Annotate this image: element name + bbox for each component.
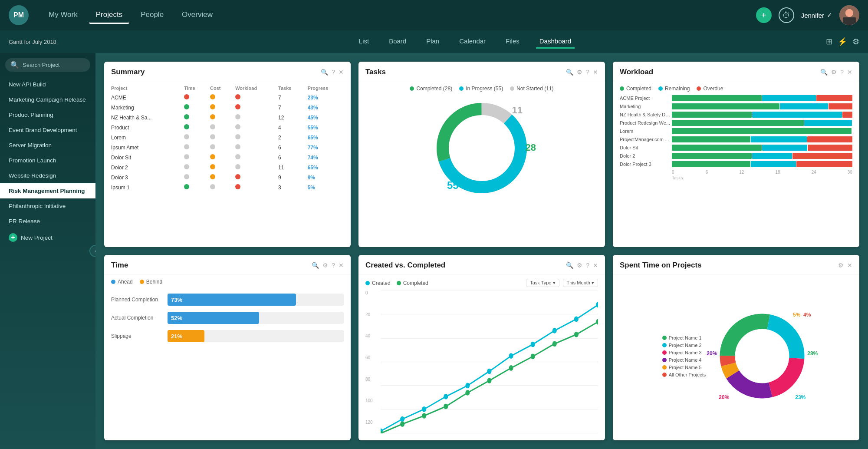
tasks-header: Tasks 🔍 ⚙ ? ✕ [358,62,605,81]
top-nav: PM My Work Projects People Overview + ⏱ … [0,0,868,30]
spent-time-close-icon[interactable]: ✕ [847,262,852,269]
clock-button[interactable]: ⏱ [779,7,794,23]
tab-files[interactable]: Files [502,35,523,49]
sidebar-toggle[interactable]: ‹ [89,245,95,257]
workload-help-icon[interactable]: ? [840,69,844,76]
tasks-close-icon[interactable]: ✕ [593,69,598,76]
tasks-legend: Completed (28) In Progress (55) Not Star… [410,86,553,92]
sub-nav: Gantt for July 2018 List Board Plan Cale… [0,30,868,53]
sidebar: 🔍 New API Build Marketing Campaign Relea… [0,53,95,449]
tab-plan[interactable]: Plan [423,35,443,49]
nav-item-people[interactable]: People [134,7,171,24]
col-workload: Workload [233,84,276,92]
workload-widget: Workload 🔍 ⚙ ? ✕ Completed Remaining Ove… [613,62,859,247]
sidebar-item-website-redesign[interactable]: Website Redesign [0,168,95,183]
table-row: Product 4 55% [108,122,346,132]
time-planned-row: Planned Completion 73% [111,294,344,306]
summary-header: Summary 🔍 ? ✕ [104,62,351,81]
tasks-settings-icon[interactable]: ⚙ [577,69,582,76]
workload-search-icon[interactable]: 🔍 [820,69,828,76]
cvc-close-icon[interactable]: ✕ [593,262,598,269]
time-settings-icon[interactable]: ⚙ [322,262,328,269]
workload-close-icon[interactable]: ✕ [847,69,852,76]
pct-p4: 20% [707,350,717,357]
summary-help-icon[interactable]: ? [332,69,335,76]
tasks-help-icon[interactable]: ? [586,69,589,76]
sidebar-item-new-api-build[interactable]: New API Build [0,77,95,92]
svg-point-32 [487,378,491,383]
tab-dashboard[interactable]: Dashboard [536,35,575,49]
col-cost: Cost [207,84,233,92]
sidebar-item-risk-management[interactable]: Risk Management Planning [0,183,95,198]
summary-search-icon[interactable]: 🔍 [321,69,328,76]
sidebar-item-philanthropic[interactable]: Philanthropic Initiative [0,198,95,214]
svg-point-21 [487,369,491,374]
new-project-button[interactable]: + New Project [0,229,95,246]
svg-point-23 [531,342,535,347]
search-input[interactable] [23,62,85,68]
grid-icon[interactable]: ⊞ [826,37,832,46]
summary-widget: Summary 🔍 ? ✕ Project Time Cost Workload [104,62,351,247]
col-time: Time [181,84,207,92]
tasks-search-icon[interactable]: 🔍 [566,69,573,76]
sidebar-item-server-migration[interactable]: Server Migration [0,138,95,153]
workload-settings-icon[interactable]: ⚙ [831,69,837,76]
sub-nav-right-icons: ⊞ ⚡ ⚙ [826,37,859,46]
time-actual-row: Actual Completion 52% [111,312,344,324]
workload-overdue-label: Overdue [703,86,723,92]
time-close-icon[interactable]: ✕ [339,262,344,269]
table-row: ACME 7 23% [108,92,346,102]
cvc-search-icon[interactable]: 🔍 [566,262,573,269]
spent-p1-label: Project Name 1 [669,335,702,340]
summary-close-icon[interactable]: ✕ [339,69,344,76]
nav-item-projects[interactable]: Projects [89,7,129,24]
workload-axis-title: Tasks: [620,175,852,180]
user-menu[interactable]: Jennifer ✓ [801,11,832,19]
sidebar-item-pr-release[interactable]: PR Release [0,214,95,229]
workload-bars: ACME Project Marketing NZ Health & Safet… [620,95,852,167]
dashboard: Summary 🔍 ? ✕ Project Time Cost Workload [95,53,868,449]
col-progress: Progress [305,84,346,92]
search-box[interactable]: 🔍 [5,58,90,72]
svg-point-28 [400,421,404,427]
avatar[interactable] [839,5,859,25]
tab-list[interactable]: List [355,35,372,49]
table-row: Dolor 2 11 65% [108,162,346,172]
nav-item-mywork[interactable]: My Work [42,7,85,24]
tasks-completed-label: Completed (28) [416,86,452,92]
svg-point-20 [465,383,470,389]
table-row: Marketing 7 43% [108,102,346,112]
cvc-widget: Created vs. Completed 🔍 ⚙ ? ✕ Created Co… [358,255,605,440]
cvc-settings-icon[interactable]: ⚙ [577,262,582,269]
svg-point-25 [574,316,579,322]
sidebar-item-event-brand[interactable]: Event Brand Development [0,122,95,138]
spent-time-legend: Project Name 1 Project Name 2 Project Na… [662,335,706,377]
cvc-help-icon[interactable]: ? [586,262,589,269]
spent-time-donut [714,308,810,404]
filter-icon[interactable]: ⚡ [838,37,847,46]
workload-bar-row: Lorem [620,128,852,134]
svg-point-4 [845,9,853,17]
spent-p2-label: Project Name 2 [669,343,702,348]
sidebar-item-product-planning[interactable]: Product Planning [0,107,95,122]
svg-point-31 [465,390,470,396]
workload-bar-row: Dolor Project 3 [620,161,852,167]
pct-p1: 28% [807,350,818,357]
tasks-notstarted-label: Not Started (11) [516,86,553,92]
task-type-filter[interactable]: Task Type ▾ [526,279,559,287]
tab-calendar[interactable]: Calendar [456,35,489,49]
sidebar-item-promotion-launch[interactable]: Promotion Launch [0,153,95,168]
sidebar-item-marketing-campaign[interactable]: Marketing Campaign Release [0,92,95,107]
time-help-icon[interactable]: ? [332,262,335,269]
this-month-filter[interactable]: This Month ▾ [563,279,598,287]
cvc-y-axis: 120100806040200 [365,291,378,425]
nav-item-overview[interactable]: Overview [175,7,220,24]
tab-board[interactable]: Board [385,35,410,49]
nav-right: + ⏱ Jennifer ✓ [756,5,859,25]
svg-point-22 [509,353,513,359]
add-button[interactable]: + [756,7,772,23]
spent-time-settings-icon[interactable]: ⚙ [838,262,844,269]
workload-legend: Completed Remaining Overdue [620,86,852,92]
time-search-icon[interactable]: 🔍 [312,262,319,269]
settings-icon[interactable]: ⚙ [852,37,859,46]
